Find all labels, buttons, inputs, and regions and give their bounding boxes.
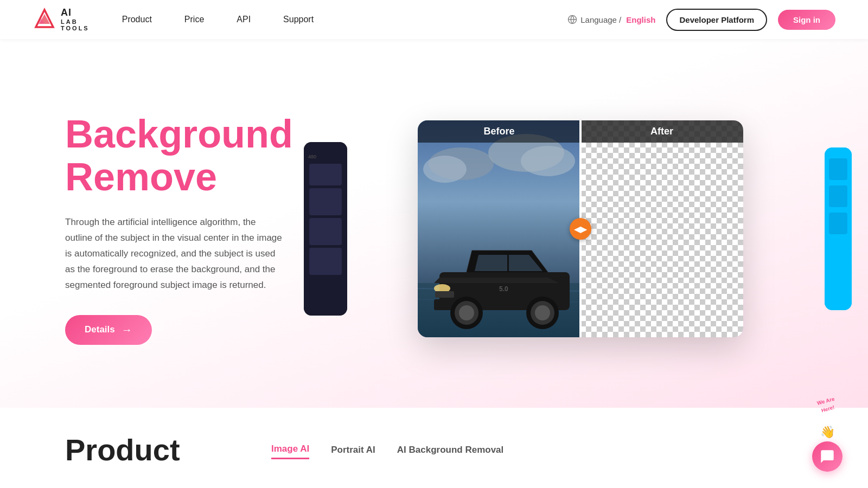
hero-right: 480 Before After [326, 72, 835, 386]
sign-in-button[interactable]: Sign in [778, 10, 835, 30]
after-label: After [580, 120, 743, 143]
arrow-icon: → [122, 324, 132, 336]
navbar: AI LAB TOOLS Product Price API Support L… [0, 0, 868, 39]
chat-emoji: 👋 [803, 425, 852, 439]
svg-rect-9 [309, 218, 342, 245]
hero-section: Background Remove Through the artificial… [0, 39, 868, 408]
nav-price[interactable]: Price [184, 15, 204, 24]
svg-point-27 [535, 305, 550, 320]
logo-text: AI LAB TOOLS [61, 8, 90, 31]
side-card-right [825, 147, 852, 310]
developer-platform-button[interactable]: Developer Platform [666, 9, 767, 31]
nav-support[interactable]: Support [283, 15, 314, 24]
before-image: 5.0 [418, 120, 580, 337]
language-value: English [626, 15, 655, 24]
hero-left: Background Remove Through the artificial… [65, 113, 326, 345]
svg-point-24 [459, 305, 474, 320]
product-tabs: Image AI Portrait AI AI Background Remov… [271, 435, 835, 459]
before-label: Before [418, 120, 580, 143]
tab-portrait-ai[interactable]: Portrait AI [331, 445, 375, 459]
hero-description: Through the artificial intelligence algo… [65, 215, 282, 293]
svg-rect-7 [309, 164, 342, 185]
chat-icon [820, 449, 835, 464]
bottom-section: Product Image AI Portrait AI AI Backgrou… [0, 408, 868, 481]
tab-ai-background-removal[interactable]: AI Background Removal [397, 445, 504, 459]
svg-rect-28 [435, 291, 454, 298]
svg-text:5.0: 5.0 [499, 285, 508, 293]
details-button[interactable]: Details → [65, 315, 152, 345]
side-card-left: 480 [304, 142, 347, 316]
comparison-slider[interactable]: ◀▶ [579, 120, 582, 337]
globe-icon [567, 15, 577, 24]
svg-rect-8 [309, 188, 342, 215]
svg-rect-44 [829, 213, 847, 234]
nav-links: Product Price API Support [122, 15, 568, 24]
nav-product[interactable]: Product [122, 15, 152, 24]
svg-point-13 [423, 156, 467, 183]
svg-text:480: 480 [308, 154, 316, 159]
chat-bubble-text: We Are Here! 👋 [803, 390, 852, 439]
product-heading: Product [65, 435, 228, 465]
svg-text:Here!: Here! [821, 404, 835, 413]
tab-image-ai[interactable]: Image AI [271, 444, 309, 459]
hero-title: Background Remove [65, 113, 326, 198]
nav-api[interactable]: API [237, 15, 251, 24]
svg-point-15 [521, 146, 575, 176]
after-image: 5.0 [580, 120, 743, 337]
logo[interactable]: AI LAB TOOLS [33, 8, 90, 31]
language-selector[interactable]: Language / English [567, 15, 655, 24]
nav-right: Language / English Developer Platform Si… [567, 9, 835, 31]
svg-rect-42 [829, 158, 847, 180]
logo-icon [33, 8, 56, 31]
language-label: Language / [580, 15, 621, 24]
chat-open-button[interactable] [812, 441, 843, 472]
comparison-card: Before After [418, 120, 743, 337]
svg-rect-10 [309, 248, 342, 275]
svg-rect-43 [829, 185, 847, 207]
chat-widget: We Are Here! 👋 [803, 390, 852, 472]
slider-button[interactable]: ◀▶ [570, 218, 591, 240]
